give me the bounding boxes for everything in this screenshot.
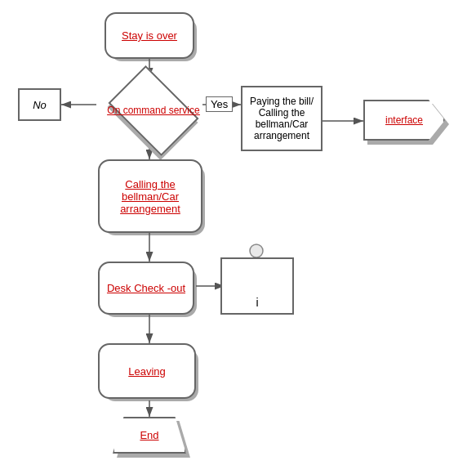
info-inner-box: i: [220, 257, 294, 315]
paying-bill-label: Paying the bill/ Calling the bellman/Car…: [242, 96, 321, 141]
stay-is-over-box: Stay is over: [105, 12, 194, 59]
calling-bellman-box: Calling the bellman/Car arrangement: [98, 159, 202, 233]
diamond-label: On command service: [105, 78, 202, 143]
no-label: No: [33, 99, 47, 111]
on-command-service-label: On command service: [107, 105, 199, 116]
diamond-container: On command service: [105, 78, 202, 143]
end-label: End: [140, 429, 158, 441]
desk-checkout-box: Desk Check -out: [98, 262, 194, 315]
end-box: End: [113, 417, 186, 454]
flowchart: Stay is over On command service No Yes P…: [0, 0, 476, 474]
arrows-layer: [0, 0, 476, 474]
yes-label-box: Yes: [206, 96, 233, 112]
yes-text: Yes: [211, 98, 228, 110]
interface-connector: interface: [363, 100, 445, 141]
stay-is-over-label: Stay is over: [122, 29, 177, 42]
no-box: No: [18, 88, 61, 121]
desk-checkout-label: Desk Check -out: [107, 282, 185, 294]
leaving-label: Leaving: [128, 365, 166, 378]
leaving-box: Leaving: [98, 343, 196, 399]
interface-label: interface: [385, 114, 423, 126]
info-box-container: i: [220, 257, 294, 315]
svg-point-10: [250, 244, 263, 257]
paying-bill-box: Paying the bill/ Calling the bellman/Car…: [241, 86, 323, 151]
calling-bellman-label: Calling the bellman/Car arrangement: [100, 174, 201, 219]
info-i-label: i: [256, 296, 258, 309]
